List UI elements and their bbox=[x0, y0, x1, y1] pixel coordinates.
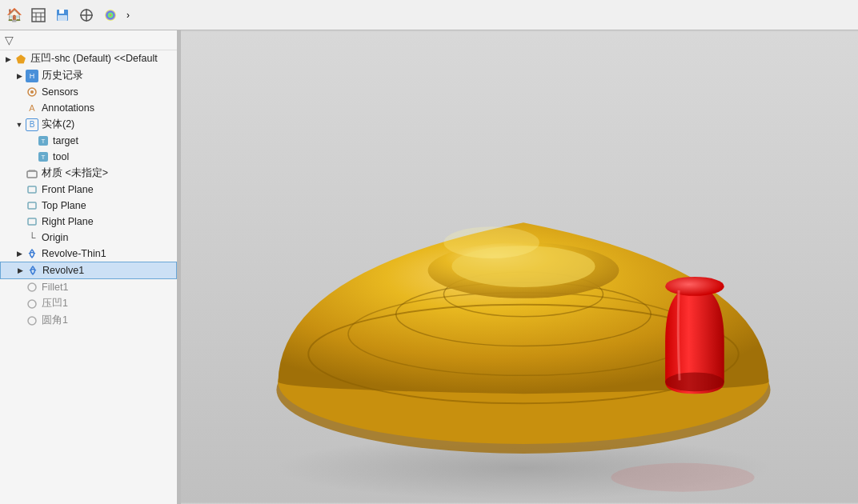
top-plane-icon bbox=[26, 199, 38, 212]
svg-point-37 bbox=[665, 277, 724, 296]
revolve1-expand: ▶ bbox=[15, 266, 25, 275]
sensors-label: Sensors bbox=[42, 86, 78, 98]
home-icon[interactable]: 🏠 bbox=[3, 4, 26, 26]
sidebar-item-ya1[interactable]: ▶ 压凹1 bbox=[0, 295, 177, 312]
sidebar-item-top-plane[interactable]: ▶ Top Plane bbox=[0, 198, 177, 214]
sidebar-item-fillet1[interactable]: ▶ Fillet1 bbox=[0, 279, 177, 295]
front-plane-label: Front Plane bbox=[42, 184, 94, 195]
save-icon[interactable] bbox=[51, 4, 74, 26]
sidebar-filter-row: ▽ bbox=[0, 30, 177, 50]
svg-rect-18 bbox=[27, 171, 37, 178]
main-toolbar: 🏠 bbox=[0, 0, 858, 30]
sidebar-item-origin[interactable]: ▶ └ Origin bbox=[0, 230, 177, 246]
front-plane-icon bbox=[26, 183, 38, 196]
material-icon bbox=[26, 167, 38, 180]
sidebar-item-history[interactable]: ▶ H 历史记录 bbox=[0, 67, 177, 84]
tool-icon: T bbox=[37, 150, 50, 163]
table-icon[interactable] bbox=[27, 4, 50, 26]
sidebar-item-round1[interactable]: ▶ 圆角1 bbox=[0, 312, 177, 329]
sidebar-item-sensors[interactable]: ▶ Sensors bbox=[0, 84, 177, 100]
revolve1-label: Revolve1 bbox=[42, 265, 84, 276]
more-chevron[interactable]: › bbox=[123, 6, 133, 24]
svg-point-27 bbox=[611, 463, 754, 492]
history-expand: ▶ bbox=[14, 71, 24, 81]
3d-viewport[interactable] bbox=[181, 30, 858, 504]
origin-icon: └ bbox=[26, 231, 38, 244]
annotations-label: Annotations bbox=[42, 102, 94, 114]
history-icon: H bbox=[26, 70, 38, 82]
root-expand-arrow: ▶ bbox=[3, 54, 13, 64]
svg-point-36 bbox=[443, 226, 539, 258]
crosshair-icon[interactable] bbox=[75, 4, 98, 26]
svg-text:T: T bbox=[42, 138, 46, 145]
annotations-icon: A bbox=[26, 102, 38, 114]
fillet1-icon bbox=[26, 281, 38, 294]
svg-rect-19 bbox=[28, 186, 36, 193]
sidebar-item-revolve-thin1[interactable]: ▶ Revolve-Thin1 bbox=[0, 246, 177, 262]
svg-rect-0 bbox=[32, 9, 45, 22]
sidebar-item-revolve1[interactable]: ▶ Revolve1 bbox=[0, 262, 177, 279]
tool-label: tool bbox=[53, 151, 69, 162]
sensors-icon bbox=[26, 86, 38, 98]
svg-rect-20 bbox=[28, 202, 36, 209]
target-icon: T bbox=[37, 134, 50, 147]
bodies-label: 实体(2) bbox=[42, 118, 74, 131]
svg-text:T: T bbox=[42, 154, 46, 161]
3d-scene bbox=[181, 30, 858, 504]
svg-point-11 bbox=[105, 10, 116, 21]
root-label: 压凹-shc (Default) <<Default bbox=[30, 52, 158, 66]
sidebar-item-tool[interactable]: ▶ T tool bbox=[0, 149, 177, 165]
history-label: 历史记录 bbox=[42, 69, 83, 82]
ya1-icon bbox=[26, 298, 38, 310]
sidebar-item-material[interactable]: ▶ 材质 <未指定> bbox=[0, 165, 177, 182]
svg-point-13 bbox=[30, 90, 34, 94]
sidebar-item-bodies[interactable]: ▼ B 实体(2) bbox=[0, 116, 177, 133]
main-area: ▽ ▶ ⬟ 压凹-shc (Default) <<Default ▶ H 历史记… bbox=[0, 30, 858, 504]
sidebar-item-right-plane[interactable]: ▶ Right Plane bbox=[0, 214, 177, 230]
feature-tree-sidebar: ▽ ▶ ⬟ 压凹-shc (Default) <<Default ▶ H 历史记… bbox=[0, 30, 178, 504]
bodies-icon: B bbox=[26, 118, 38, 131]
svg-rect-21 bbox=[28, 218, 36, 225]
sidebar-item-annotations[interactable]: ▶ A Annotations bbox=[0, 100, 177, 116]
material-label: 材质 <未指定> bbox=[42, 166, 108, 180]
svg-point-24 bbox=[28, 317, 36, 325]
color-icon[interactable] bbox=[99, 4, 122, 26]
origin-label: Origin bbox=[42, 232, 68, 243]
round1-icon bbox=[26, 314, 38, 327]
right-plane-icon bbox=[26, 215, 38, 228]
svg-point-23 bbox=[28, 300, 36, 308]
round1-label: 圆角1 bbox=[42, 314, 68, 327]
revolve-thin1-label: Revolve-Thin1 bbox=[42, 248, 106, 259]
svg-point-22 bbox=[28, 283, 36, 291]
root-icon: ⬟ bbox=[14, 53, 27, 66]
revolve-thin1-icon bbox=[26, 247, 38, 260]
target-label: target bbox=[53, 135, 78, 146]
svg-rect-6 bbox=[59, 10, 64, 14]
revolve1-icon bbox=[26, 264, 39, 277]
root-item[interactable]: ▶ ⬟ 压凹-shc (Default) <<Default bbox=[0, 50, 177, 67]
top-plane-label: Top Plane bbox=[42, 200, 86, 211]
filter-icon[interactable]: ▽ bbox=[5, 34, 14, 46]
sidebar-item-front-plane[interactable]: ▶ Front Plane bbox=[0, 182, 177, 198]
sidebar-item-target[interactable]: ▶ T target bbox=[0, 133, 177, 149]
svg-rect-7 bbox=[58, 15, 67, 21]
right-plane-label: Right Plane bbox=[42, 216, 94, 227]
ya1-label: 压凹1 bbox=[42, 297, 68, 310]
svg-point-38 bbox=[665, 372, 724, 391]
fillet1-label: Fillet1 bbox=[42, 282, 68, 293]
revolve-thin1-expand: ▶ bbox=[14, 249, 24, 258]
bodies-expand: ▼ bbox=[14, 120, 24, 130]
